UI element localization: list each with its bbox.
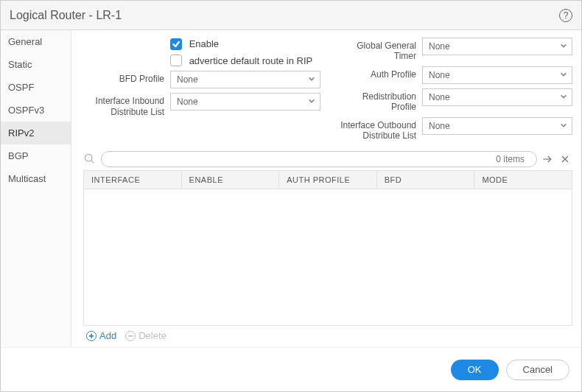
clear-filter-button[interactable] [558, 152, 572, 167]
chevron-down-icon [308, 97, 315, 107]
redistribution-profile-select[interactable]: None [422, 88, 572, 106]
redistribution-profile-value: None [429, 92, 450, 102]
global-timer-value: None [429, 41, 450, 52]
form-area: Enable advertice default route in RIP [83, 38, 572, 141]
sidebar-item-ospf[interactable]: OSPF [1, 76, 71, 99]
logical-router-dialog: Logical Router - LR-1 ? General Static O… [0, 0, 582, 392]
items-count: 0 items [490, 154, 530, 164]
iface-inbound-select[interactable]: None [170, 93, 320, 111]
iface-inbound-value: None [177, 97, 198, 107]
chevron-down-icon [560, 121, 567, 131]
auth-profile-value: None [429, 70, 450, 80]
sidebar-item-static[interactable]: Static [1, 53, 71, 76]
iface-outbound-value: None [429, 121, 450, 131]
dialog-title: Logical Router - LR-1 [10, 9, 122, 22]
iface-inbound-label: Interface Inbound Distribute List [83, 93, 164, 117]
sidebar: General Static OSPF OSPFv3 RIPv2 BGP Mul… [1, 30, 71, 347]
global-timer-label: Global General Timer [335, 38, 416, 62]
auth-profile-select[interactable]: None [422, 66, 572, 84]
col-mode[interactable]: MODE [474, 171, 572, 189]
enable-checkbox[interactable] [170, 38, 182, 50]
sidebar-item-ripv2[interactable]: RIPv2 [1, 122, 71, 144]
minus-icon [125, 331, 136, 341]
plus-icon [86, 331, 97, 341]
interfaces-table: INTERFACE ENABLE AUTH PROFILE BFD MODE [83, 170, 572, 326]
cancel-button[interactable]: Cancel [506, 360, 569, 380]
ok-button[interactable]: OK [451, 360, 499, 380]
col-bfd[interactable]: BFD [377, 171, 475, 189]
dialog-body: General Static OSPF OSPFv3 RIPv2 BGP Mul… [1, 30, 581, 347]
global-timer-select[interactable]: None [422, 38, 572, 55]
chevron-down-icon [560, 70, 567, 80]
chevron-down-icon [560, 92, 567, 102]
add-label: Add [99, 330, 116, 341]
enable-label: Enable [189, 38, 219, 49]
bfd-profile-label: BFD Profile [83, 71, 164, 84]
delete-label: Delete [139, 330, 166, 341]
search-icon [83, 153, 98, 167]
col-enable[interactable]: ENABLE [182, 171, 280, 189]
bfd-profile-value: None [177, 74, 198, 85]
form-col-left: Enable advertice default route in RIP [83, 38, 320, 141]
form-col-right: Global General Timer None Auth Profile [335, 38, 572, 141]
advertise-default-checkbox[interactable] [170, 55, 182, 66]
table-body [84, 189, 572, 325]
sidebar-item-general[interactable]: General [1, 30, 71, 53]
redistribution-profile-label: Redistribution Profile [335, 88, 416, 113]
delete-button[interactable]: Delete [125, 330, 166, 341]
iface-outbound-select[interactable]: None [422, 117, 572, 135]
svg-line-1 [91, 161, 94, 163]
iface-outbound-label: Interface Outbound Distribute List [335, 117, 416, 141]
search-input[interactable] [108, 153, 490, 165]
table-actions: Add Delete [83, 326, 572, 341]
main-panel: Enable advertice default route in RIP [71, 30, 581, 347]
sidebar-item-ospfv3[interactable]: OSPFv3 [1, 99, 71, 122]
sidebar-item-multicast[interactable]: Multicast [1, 167, 71, 190]
advertise-default-label: advertice default route in RIP [189, 55, 313, 66]
titlebar: Logical Router - LR-1 ? [1, 1, 581, 30]
table-toolbar: 0 items [83, 151, 572, 167]
apply-filter-button[interactable] [540, 152, 555, 167]
chevron-down-icon [560, 41, 567, 52]
sidebar-item-bgp[interactable]: BGP [1, 144, 71, 167]
add-button[interactable]: Add [86, 330, 116, 341]
dialog-footer: OK Cancel [1, 347, 581, 391]
table-header: INTERFACE ENABLE AUTH PROFILE BFD MODE [84, 171, 572, 189]
bfd-profile-select[interactable]: None [170, 71, 320, 88]
col-interface[interactable]: INTERFACE [84, 171, 182, 189]
svg-point-0 [85, 154, 92, 161]
chevron-down-icon [308, 74, 315, 85]
search-field-wrap: 0 items [101, 151, 537, 167]
col-auth-profile[interactable]: AUTH PROFILE [279, 171, 377, 189]
auth-profile-label: Auth Profile [335, 66, 416, 80]
help-icon[interactable]: ? [559, 9, 572, 22]
